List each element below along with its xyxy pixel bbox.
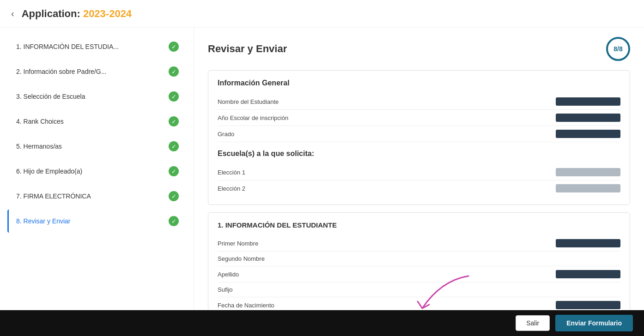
salir-button[interactable]: Salir xyxy=(516,315,550,331)
check-icon-6: ✓ xyxy=(169,166,179,176)
sidebar-item-4[interactable]: 4. Rank Choices ✓ xyxy=(7,110,186,133)
field-value-bar-eleccion-1 xyxy=(556,168,620,176)
field-value-bar-nombre xyxy=(556,97,620,106)
sidebar-item-5[interactable]: 5. Hermanos/as ✓ xyxy=(7,135,186,158)
sidebar-item-6[interactable]: 6. Hijo de Empleado(a) ✓ xyxy=(7,160,186,183)
field-año-escolar: Año Escolar de inscripción xyxy=(218,110,620,126)
check-icon-1: ✓ xyxy=(169,42,179,52)
field-nombre-estudiante: Nombre del Estudiante xyxy=(218,94,620,110)
field-value-bar-eleccion-2 xyxy=(556,184,620,192)
title-prefix: Application: xyxy=(22,8,83,19)
check-icon-4: ✓ xyxy=(169,116,179,126)
field-sufijo: Sufijo xyxy=(218,282,620,297)
sidebar-item-1[interactable]: 1. INFORMACIÓN DEL ESTUDIA... ✓ xyxy=(7,35,186,58)
title-year: 2023-2024 xyxy=(83,8,132,19)
check-icon-7: ✓ xyxy=(169,191,179,201)
field-value-primer-nombre xyxy=(556,239,620,247)
info-general-heading: Información General xyxy=(218,79,620,87)
header: ‹ Application: 2023-2024 xyxy=(0,0,644,28)
info-estudiante-card: 1. INFORMACIÓN DEL ESTUDIANTE Primer Nom… xyxy=(208,212,630,310)
content-title: Revisar y Enviar xyxy=(208,43,287,55)
field-value-apellido xyxy=(556,270,620,278)
check-icon-8: ✓ xyxy=(169,216,179,226)
info-estudiante-inner: 1. INFORMACIÓN DEL ESTUDIANTE Primer Nom… xyxy=(208,213,630,310)
field-value-bar-año xyxy=(556,114,620,122)
sidebar-item-3[interactable]: 3. Selección de Escuela ✓ xyxy=(7,85,186,108)
check-icon-2: ✓ xyxy=(169,66,179,77)
field-apellido: Apellido xyxy=(218,266,620,282)
field-segundo-nombre: Segundo Nombre xyxy=(218,252,620,266)
sidebar: 1. INFORMACIÓN DEL ESTUDIA... ✓ 2. Infor… xyxy=(0,28,194,310)
field-value-bar-grado xyxy=(556,130,620,138)
field-eleccion-2: Elección 2 xyxy=(218,180,620,196)
field-grado: Grado xyxy=(218,126,620,142)
sidebar-item-2[interactable]: 2. Información sobre Padre/G... ✓ xyxy=(7,60,186,83)
sidebar-item-8[interactable]: 8. Revisar y Enviar ✓ xyxy=(7,210,186,233)
footer: Salir Enviar Formulario xyxy=(0,310,644,336)
back-button[interactable]: ‹ xyxy=(11,8,14,19)
progress-circle: 8/8 xyxy=(606,37,630,61)
field-fecha-nacimiento: Fecha de Nacimiento xyxy=(218,297,620,310)
sidebar-item-7[interactable]: 7. FIRMA ELECTRÓNICA ✓ xyxy=(7,185,186,208)
field-eleccion-1: Elección 1 xyxy=(218,164,620,180)
info-general-card: Información General Nombre del Estudiant… xyxy=(208,70,630,205)
main-content: 1. INFORMACIÓN DEL ESTUDIA... ✓ 2. Infor… xyxy=(0,28,644,310)
check-icon-3: ✓ xyxy=(169,91,179,102)
check-icon-5: ✓ xyxy=(169,141,179,151)
escuelas-heading: Escuela(s) a la que solicita: xyxy=(218,150,620,158)
field-primer-nombre: Primer Nombre xyxy=(218,235,620,252)
page-title: Application: 2023-2024 xyxy=(22,8,132,20)
content-header: Revisar y Enviar 8/8 xyxy=(208,37,630,61)
enviar-formulario-button[interactable]: Enviar Formulario xyxy=(555,315,633,331)
content-area: Revisar y Enviar 8/8 Información General… xyxy=(194,28,644,310)
info-estudiante-heading: 1. INFORMACIÓN DEL ESTUDIANTE xyxy=(218,221,620,229)
info-general-inner: Información General Nombre del Estudiant… xyxy=(208,71,630,204)
field-value-fecha xyxy=(556,301,620,309)
